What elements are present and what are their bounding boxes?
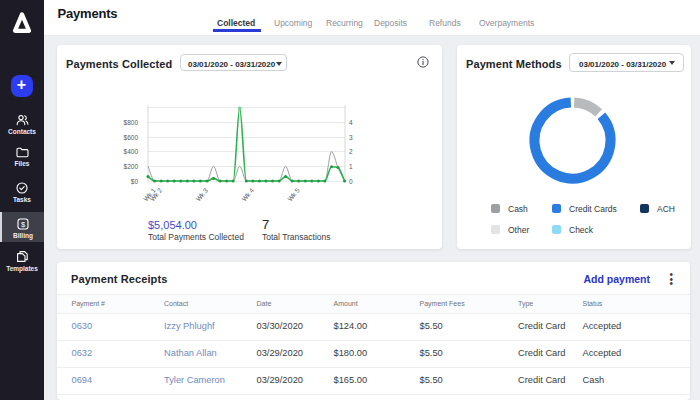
- svg-text:$600: $600: [124, 134, 139, 141]
- svg-text:$400: $400: [124, 148, 139, 155]
- svg-text:$800: $800: [124, 119, 139, 126]
- svg-text:1: 1: [349, 163, 353, 170]
- svg-text:$: $: [21, 219, 26, 228]
- svg-text:$200: $200: [124, 163, 139, 170]
- svg-text:3: 3: [349, 134, 353, 141]
- svg-text:Wk 3: Wk 3: [194, 186, 209, 202]
- svg-text:4: 4: [349, 119, 353, 126]
- svg-text:Wk 5: Wk 5: [286, 186, 301, 202]
- svg-text:$0: $0: [131, 178, 139, 185]
- svg-text:Wk 4: Wk 4: [240, 186, 255, 202]
- svg-text:2: 2: [349, 148, 353, 155]
- svg-text:0: 0: [349, 178, 353, 185]
